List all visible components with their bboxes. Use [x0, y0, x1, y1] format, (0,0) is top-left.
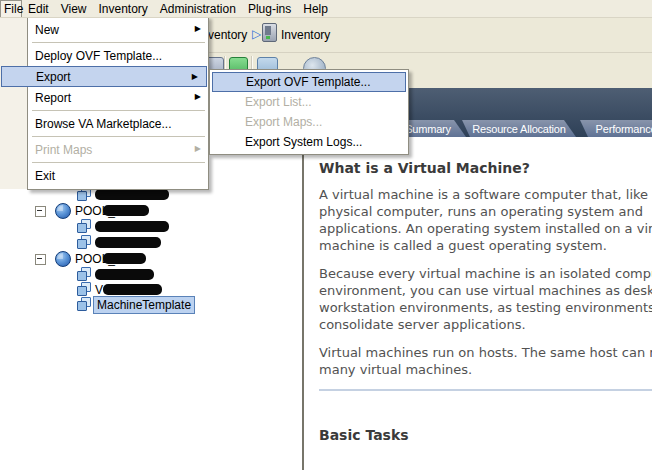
menu-item-label: Browse VA Marketplace...	[35, 117, 172, 131]
vm-icon	[77, 282, 92, 297]
submenu-item-export-system-logs[interactable]: Export System Logs...	[210, 132, 408, 152]
menubar-item-administration[interactable]: Administration	[154, 0, 242, 17]
menu-item-label: Report	[35, 91, 71, 105]
help-text-line: workstation environments, as testing env…	[319, 299, 652, 316]
file-menu-dropdown: New▶Deploy OVF Template...Export▶Report▶…	[27, 16, 209, 190]
menu-item-browse-va-marketplace[interactable]: Browse VA Marketplace...	[28, 113, 208, 134]
menu-item-print-maps: Print Maps▶	[28, 139, 208, 160]
tree-item-vm-redacted[interactable]	[0, 219, 298, 235]
menu-item-export[interactable]: Export▶	[1, 66, 207, 87]
help-text-line: consolidate server applications.	[319, 316, 652, 333]
help-text-line: machine is called a guest operating syst…	[319, 237, 652, 254]
vm-icon	[77, 235, 92, 250]
getting-started-pane: What is a Virtual Machine? A virtual mac…	[302, 137, 652, 470]
submenu-item-label: Export OVF Template...	[246, 75, 371, 89]
menu-item-label: Exit	[35, 169, 55, 183]
menubar-item-view[interactable]: View	[55, 0, 93, 17]
submenu-arrow-icon: ▶	[195, 25, 201, 33]
menubar-item-plug-ins[interactable]: Plug-ins	[242, 0, 297, 17]
resource-pool-icon	[55, 251, 71, 267]
export-submenu: Export OVF Template...Export List...Expo…	[209, 69, 409, 155]
menu-item-label: Print Maps	[35, 143, 92, 157]
help-text-line: many virtual machines.	[319, 361, 652, 378]
submenu-item-export-list: Export List...	[210, 92, 408, 112]
page-title: What is a Virtual Machine?	[319, 160, 652, 176]
vm-icon	[77, 267, 92, 282]
inventory-icon	[262, 23, 277, 42]
tree-item-machinetemplate[interactable]: MachineTemplate	[0, 297, 298, 313]
menu-item-deploy-ovf-template[interactable]: Deploy OVF Template...	[28, 45, 208, 66]
menubar-item-edit[interactable]: Edit	[22, 0, 55, 17]
menu-item-label: Deploy OVF Template...	[35, 49, 162, 63]
tab-resource-allocation[interactable]: Resource Allocation	[462, 120, 576, 137]
submenu-item-label: Export System Logs...	[245, 135, 362, 149]
vm-icon	[77, 297, 92, 312]
help-text-line: environment, you can use virtual machine…	[319, 282, 652, 299]
menubar-item-help[interactable]: Help	[297, 0, 334, 17]
help-text-line: Virtual machines run on hosts. The same …	[319, 344, 652, 361]
redacted-name-bar	[95, 221, 169, 232]
menu-item-report[interactable]: Report▶	[28, 87, 208, 108]
breadcrumb-inventory-current[interactable]: Inventory	[281, 28, 330, 42]
submenu-item-export-ovf-template[interactable]: Export OVF Template...	[212, 72, 406, 92]
help-paragraphs: A virtual machine is a software computer…	[319, 186, 652, 378]
submenu-item-label: Export Maps...	[245, 115, 322, 129]
selected-vm-label: MachineTemplate	[93, 296, 195, 314]
menu-item-exit[interactable]: Exit	[28, 165, 208, 186]
vm-icon	[77, 219, 92, 234]
menu-separator	[32, 42, 205, 43]
menu-separator	[32, 162, 205, 163]
tree-item-pool[interactable]: POOL_	[0, 251, 298, 267]
section-divider	[319, 389, 652, 391]
menu-separator	[32, 136, 205, 137]
help-text-line: physical computer, runs an operating sys…	[319, 203, 652, 220]
vm-label-prefix: V	[95, 283, 103, 297]
menu-item-label: Export	[36, 70, 71, 84]
help-paragraph-2: Because every virtual machine is an isol…	[319, 265, 652, 333]
help-paragraph-3: Virtual machines run on hosts. The same …	[319, 344, 652, 378]
menu-item-new[interactable]: New▶	[28, 19, 208, 40]
window-edge-strip	[0, 17, 27, 189]
menu-item-label: New	[35, 23, 59, 37]
tree-item-pool[interactable]: POOL_	[0, 203, 298, 219]
redacted-name-bar	[95, 269, 154, 280]
help-text-line: Because every virtual machine is an isol…	[319, 265, 652, 282]
basic-tasks-heading: Basic Tasks	[319, 427, 652, 443]
redacted-name-bar	[103, 284, 162, 295]
redacted-name-bar	[103, 205, 149, 216]
menubar: FileEditViewInventoryAdministrationPlug-…	[0, 0, 652, 18]
submenu-item-label: Export List...	[245, 95, 312, 109]
tree-item-vm-redacted[interactable]	[0, 235, 298, 251]
redacted-name-bar	[95, 237, 161, 248]
menubar-item-inventory[interactable]: Inventory	[92, 0, 153, 17]
menubar-item-file[interactable]: File	[0, 0, 22, 17]
resource-pool-icon	[55, 203, 71, 219]
redacted-name-bar	[103, 253, 146, 264]
tab-performance[interactable]: Performance	[580, 120, 652, 137]
menu-separator	[32, 110, 205, 111]
redacted-name-bar	[95, 189, 169, 200]
help-text-line: A virtual machine is a software computer…	[319, 186, 652, 203]
help-paragraph-1: A virtual machine is a software computer…	[319, 186, 652, 254]
vsphere-client-window: { "menubar": { "items": ["File", "Edit",…	[0, 0, 652, 470]
submenu-arrow-icon: ▶	[192, 73, 198, 81]
submenu-arrow-icon: ▶	[195, 145, 201, 153]
help-text-line: applications. An operating system instal…	[319, 220, 652, 237]
submenu-item-export-maps: Export Maps...	[210, 112, 408, 132]
tree-item-vm-redacted[interactable]	[0, 267, 298, 283]
collapse-expander-icon[interactable]	[35, 206, 46, 217]
submenu-arrow-icon: ▶	[195, 93, 201, 101]
breadcrumb-arrow-icon: ▷	[252, 27, 261, 41]
collapse-expander-icon[interactable]	[35, 254, 46, 265]
